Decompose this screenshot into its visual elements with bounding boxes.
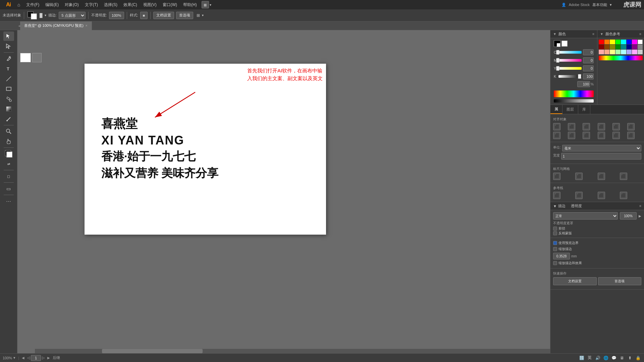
swatch-red[interactable]: [599, 40, 604, 44]
menu-select[interactable]: 选择(S): [101, 1, 120, 8]
dist-v-icon[interactable]: ⬛: [612, 132, 620, 139]
next-page-btn[interactable]: ▶: [47, 356, 50, 360]
quick-doc-settings-btn[interactable]: 文档设置: [553, 277, 597, 285]
sys-tray-4[interactable]: 🌐: [602, 355, 609, 361]
scrollbar-thumb[interactable]: [102, 349, 203, 353]
swatch-teal[interactable]: [621, 45, 626, 49]
menu-view[interactable]: 视图(V): [141, 1, 159, 8]
align-top-icon[interactable]: ⬛: [598, 123, 605, 130]
brand-slogan[interactable]: 滋补又营养 美味齐分享: [101, 166, 218, 181]
color-panel-collapse[interactable]: ▼: [553, 32, 556, 36]
swatch-dark-red[interactable]: [599, 45, 604, 49]
swatch-orange[interactable]: [604, 40, 610, 44]
rulers-icon-1[interactable]: ⬛: [553, 173, 560, 180]
gradient-tool[interactable]: [3, 104, 14, 114]
selection-tool[interactable]: [3, 32, 14, 41]
magenta-value[interactable]: 0: [583, 57, 594, 63]
workspace-dropdown[interactable]: ▾: [210, 3, 211, 7]
collapse-panels-left[interactable]: «: [18, 24, 20, 28]
invert-checkbox[interactable]: [553, 231, 557, 235]
swatch-light-gray[interactable]: [638, 50, 643, 54]
guide-icon-4[interactable]: ⬛: [620, 192, 627, 199]
quick-pref-btn[interactable]: 首选项: [598, 277, 642, 285]
align-left-icon[interactable]: ⬛: [553, 123, 560, 130]
align-center-h-icon[interactable]: ⬛: [568, 123, 575, 130]
type-tool[interactable]: T: [3, 64, 14, 73]
rulers-icon-2[interactable]: ⬛: [575, 173, 583, 180]
menu-edit[interactable]: 编辑(E): [43, 1, 61, 8]
color-ref-menu[interactable]: ≡: [639, 32, 641, 36]
page-icon-next[interactable]: ▷: [42, 356, 45, 360]
magenta-slider[interactable]: [558, 59, 582, 62]
sys-tray-3[interactable]: 🔊: [594, 355, 601, 361]
swatch-pink[interactable]: [599, 50, 604, 54]
tab-close-btn[interactable]: ×: [86, 24, 88, 27]
brand-name-chinese[interactable]: 喜燕堂: [101, 116, 218, 132]
width-input[interactable]: [561, 153, 641, 160]
swatch-olive[interactable]: [610, 45, 615, 49]
preferences-button[interactable]: 首选项: [176, 12, 193, 19]
sys-tray-1[interactable]: 🔡: [578, 355, 585, 361]
stroke-select[interactable]: 5 点圆形: [59, 12, 86, 19]
color-spectrum-bar[interactable]: [554, 90, 594, 97]
use-preview-checkbox[interactable]: [553, 241, 557, 245]
fill-stroke-swatch[interactable]: [27, 11, 38, 20]
sys-tray-8[interactable]: 🔒: [635, 355, 641, 361]
menu-object[interactable]: 对象(O): [62, 1, 81, 8]
direct-selection-tool[interactable]: [3, 42, 14, 51]
menu-window[interactable]: 窗口(W): [160, 1, 180, 8]
dist-top-icon[interactable]: ⬛: [598, 132, 605, 139]
cyan-slider[interactable]: [558, 51, 582, 54]
screen-mode[interactable]: ▭: [3, 184, 14, 193]
swatch-gray[interactable]: [638, 45, 643, 49]
tab-libraries[interactable]: 库: [578, 105, 590, 114]
background-swatch[interactable]: [6, 152, 12, 158]
bw-spectrum[interactable]: [554, 99, 594, 103]
guide-icon-3[interactable]: ⬛: [598, 192, 605, 199]
zoom-dropdown[interactable]: ▾: [13, 356, 15, 360]
swatch-dark-green[interactable]: [615, 45, 621, 49]
page-icon-prev[interactable]: ◁: [27, 356, 30, 360]
tab-main-document[interactable]: 喜燕堂* @ 100% (CMYK/GPU 预览) ×: [20, 21, 92, 30]
cyan-value[interactable]: 0: [583, 49, 594, 55]
sys-tray-6[interactable]: 🖥: [619, 355, 625, 361]
k-pct-input[interactable]: [577, 81, 590, 87]
sys-tray-7[interactable]: ⬆: [627, 355, 633, 361]
page-input[interactable]: [31, 355, 41, 361]
pen-tool[interactable]: [3, 54, 14, 63]
home-icon[interactable]: ⌂: [15, 1, 23, 9]
swatch-magenta[interactable]: [632, 40, 637, 44]
doc-settings-button[interactable]: 文档设置: [153, 12, 174, 19]
swatch-light-magenta[interactable]: [632, 50, 637, 54]
color-chip-gray[interactable]: [32, 53, 42, 62]
swatch-yellow[interactable]: [610, 40, 615, 44]
black-swatch[interactable]: [554, 40, 560, 47]
swatch-blue[interactable]: [627, 40, 632, 44]
more-tools[interactable]: ···: [3, 198, 14, 205]
swatch-light-yellow[interactable]: [610, 50, 615, 54]
scale-effects-checkbox[interactable]: [553, 261, 557, 265]
expand-arrow[interactable]: ▶: [639, 214, 641, 218]
tab-layers[interactable]: 图层: [562, 105, 578, 114]
white-swatch-2[interactable]: [561, 41, 568, 47]
adobe-stock-link[interactable]: Adobe Stock: [569, 3, 590, 7]
swatch-white[interactable]: [638, 40, 643, 44]
dist-left-icon[interactable]: ⬛: [553, 132, 560, 139]
stroke-type-icon[interactable]: █: [40, 13, 43, 18]
arrange-dropdown[interactable]: ▾: [202, 13, 204, 17]
draw-inside-mode[interactable]: ◻: [3, 172, 14, 181]
unit-select[interactable]: 毫米: [562, 145, 641, 152]
arrange-icon[interactable]: ⊞: [197, 13, 200, 18]
color-chip-white[interactable]: [20, 53, 31, 62]
brand-origin-text[interactable]: 香港·始于一九七七: [101, 149, 218, 164]
tab-properties[interactable]: 属: [550, 105, 562, 114]
canvas-scrollbar[interactable]: [35, 349, 550, 353]
yellow-value[interactable]: 0: [583, 65, 594, 71]
guide-icon-2[interactable]: ⬛: [575, 192, 583, 199]
color-ref-collapse[interactable]: ▼: [600, 32, 603, 36]
dist-bottom-icon[interactable]: ⬛: [627, 132, 635, 139]
trans-collapse[interactable]: ▼: [553, 204, 557, 208]
ref-spectrum[interactable]: [599, 56, 643, 60]
menu-effects[interactable]: 效果(C): [121, 1, 140, 8]
swatch-cyan[interactable]: [621, 40, 626, 44]
